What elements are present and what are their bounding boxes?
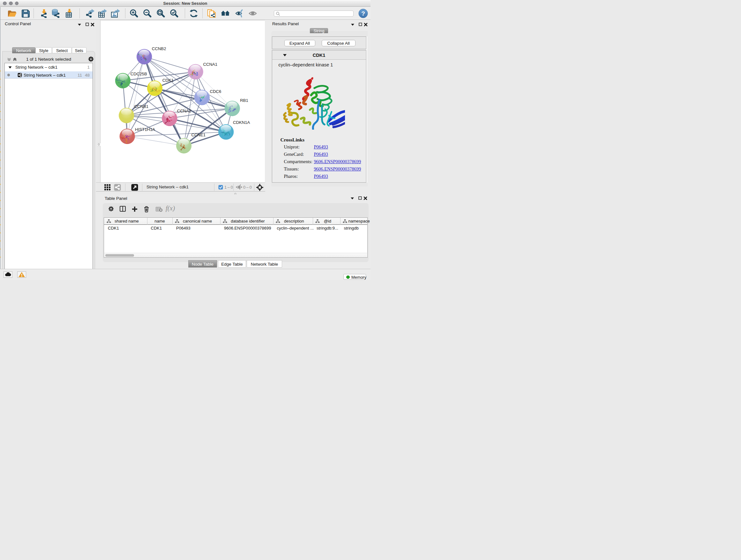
svg-text:CDKN1A: CDKN1A: [233, 120, 250, 125]
svg-text:RB1: RB1: [240, 98, 248, 103]
svg-text:CCNB2: CCNB2: [152, 46, 166, 51]
svg-text:CCNE1: CCNE1: [192, 132, 206, 137]
svg-text:CDC25B: CDC25B: [131, 71, 147, 76]
svg-text:CCNA1: CCNA1: [203, 62, 217, 67]
svg-text:HIST1H1A: HIST1H1A: [135, 127, 155, 132]
svg-text:CDK1: CDK1: [162, 78, 174, 83]
svg-text:CDC6: CDC6: [210, 89, 221, 94]
svg-text:?: ?: [361, 10, 365, 17]
svg-text:CCNA2: CCNA2: [177, 109, 192, 113]
svg-text:CCNB1: CCNB1: [134, 104, 149, 109]
